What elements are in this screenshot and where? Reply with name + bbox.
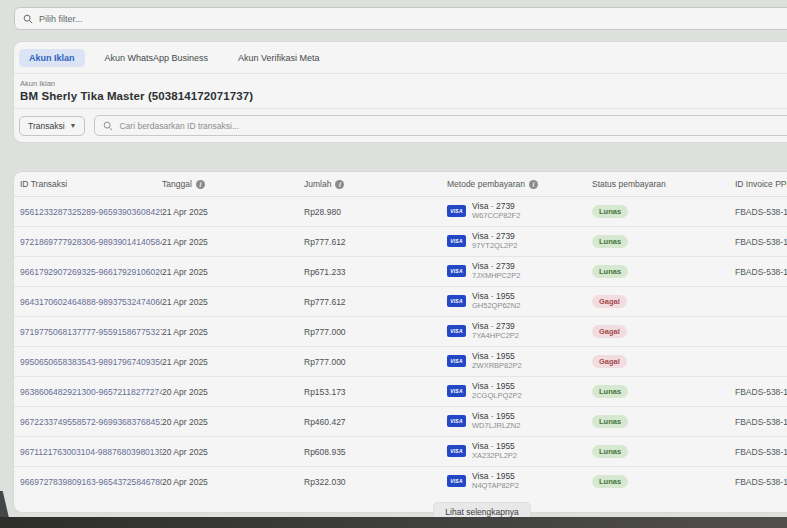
transaction-date: 20 Apr 2025 (162, 477, 304, 487)
visa-icon: VISA (447, 445, 466, 457)
screen-bezel (0, 517, 787, 528)
payment-reference: WD7LJRLZN2 (472, 422, 520, 431)
transaction-amount: Rp777.000 (304, 327, 447, 337)
status-badge: Lunas (592, 265, 628, 278)
transaction-id-link[interactable]: 9671121763003104-9887680398013901 (20, 447, 162, 457)
transaction-id-link[interactable]: 9672233749558572-9699368376845104 (20, 417, 162, 427)
payment-reference: N4QTAP82P2 (472, 482, 519, 491)
payment-method: VISA Visa · 1955 2CGQLPQ2P2 (447, 382, 592, 400)
search-icon (103, 121, 113, 131)
table-header-row: ID Transaksi Tanggal i Jumlah i Metode p… (14, 172, 787, 197)
search-icon (23, 14, 33, 24)
global-filter-search[interactable]: Pilih filter... (14, 7, 787, 30)
header-tanggal: Tanggal i (162, 179, 304, 189)
transaction-amount: Rp777.000 (304, 357, 447, 367)
header-jumlah: Jumlah i (304, 179, 447, 189)
payment-method: VISA Visa · 2739 7JXMHPC2P2 (447, 262, 592, 280)
tab-akun-whatsapp-business[interactable]: Akun WhatsApp Business (95, 49, 219, 67)
transaction-date: 21 Apr 2025 (162, 237, 304, 247)
table-row: 9643170602464888-9893753247406616 21 Apr… (14, 287, 787, 317)
transaction-id-link[interactable]: 9950650658383543-9891796740935600 (20, 357, 162, 367)
visa-icon: VISA (447, 205, 466, 217)
payment-method: VISA Visa · 1955 N4QTAP82P2 (447, 472, 592, 490)
transaction-type-dropdown[interactable]: Transaksi ▼ (19, 116, 85, 136)
transaction-date: 21 Apr 2025 (162, 327, 304, 337)
info-icon[interactable]: i (196, 180, 205, 189)
invoice-id: FBADS-538-10436 (735, 417, 787, 427)
payment-reference: XA232PL2P2 (472, 452, 517, 461)
payment-reference: 2CGQLPQ2P2 (472, 392, 522, 401)
payment-status: Lunas (592, 265, 735, 278)
payment-status: Gagal (592, 355, 735, 368)
header-id-transaksi: ID Transaksi (20, 179, 162, 189)
transaction-id-link[interactable]: 9721869777928306-9893901414058466 (20, 237, 162, 247)
tab-akun-verifikasi-meta[interactable]: Akun Verifikasi Meta (228, 49, 330, 67)
status-badge: Gagal (592, 355, 627, 368)
transaction-amount: Rp608.935 (304, 447, 447, 457)
account-info: Akun Iklan BM Sherly Tika Master (503814… (14, 74, 787, 108)
transaction-id-link[interactable]: 9719775068137777-9559158677532750 (20, 327, 162, 337)
table-row: 9638606482921300-9657211827727433 20 Apr… (14, 377, 787, 407)
payment-reference: ZWXRBP82P2 (472, 362, 522, 371)
transaction-amount: Rp777.612 (304, 237, 447, 247)
table-row: 9721869777928306-9893901414058466 21 Apr… (14, 227, 787, 257)
table-body: 9561233287325289-9659390360842910 21 Apr… (14, 197, 787, 496)
transaction-date: 21 Apr 2025 (162, 297, 304, 307)
transaction-search-placeholder: Cari berdasarkan ID transaksi... (119, 121, 239, 131)
payment-status: Lunas (592, 385, 735, 398)
invoice-id: FBADS-538-10436 (735, 387, 787, 397)
transaction-search-input[interactable]: Cari berdasarkan ID transaksi... (94, 115, 787, 136)
transaction-id-link[interactable]: 9669727839809163-9654372584678024 (20, 477, 162, 487)
table-row: 9672233749558572-9699368376845104 20 Apr… (14, 407, 787, 437)
invoice-id: FBADS-538-10436 (735, 237, 787, 247)
header-status-pembayaran: Status pembayaran (592, 179, 735, 189)
tab-akun-iklan[interactable]: Akun Iklan (19, 49, 85, 67)
payment-status: Lunas (592, 205, 735, 218)
transaction-id-link[interactable]: 9638606482921300-9657211827727433 (20, 387, 162, 397)
payment-method: VISA Visa · 1955 GH52QP62N2 (447, 292, 592, 310)
status-badge: Lunas (592, 205, 628, 218)
invoice-id: FBADS-538-10436 (735, 207, 787, 217)
status-badge: Lunas (592, 385, 628, 398)
table-row: 9719775068137777-9559158677532750 21 Apr… (14, 317, 787, 347)
status-badge: Gagal (592, 325, 627, 338)
payment-reference: 97YT2QL2P2 (472, 242, 517, 251)
transaction-id-link[interactable]: 9643170602464888-9893753247406616 (20, 297, 162, 307)
payment-method: VISA Visa · 1955 XA232PL2P2 (447, 442, 592, 460)
info-icon[interactable]: i (529, 180, 538, 189)
transaction-id-link[interactable]: 9561233287325289-9659390360842910 (20, 207, 162, 217)
account-header-card: Akun Iklan Akun WhatsApp Business Akun V… (14, 42, 787, 142)
info-icon[interactable]: i (335, 180, 344, 189)
transaction-amount: Rp322.030 (304, 477, 447, 487)
table-row: 9561233287325289-9659390360842910 21 Apr… (14, 197, 787, 227)
payment-status: Lunas (592, 445, 735, 458)
invoice-id: FBADS-538-10436 (735, 447, 787, 457)
table-row: 9950650658383543-9891796740935600 21 Apr… (14, 347, 787, 377)
transaction-amount: Rp460.427 (304, 417, 447, 427)
payment-status: Lunas (592, 415, 735, 428)
status-badge: Lunas (592, 415, 628, 428)
payment-method: VISA Visa · 1955 ZWXRBP82P2 (447, 352, 592, 370)
visa-icon: VISA (447, 265, 466, 277)
transaction-id-link[interactable]: 9661792907269325-9661792910602658 (20, 267, 162, 277)
payment-method: VISA Visa · 2739 7YA4HPC2P2 (447, 322, 592, 340)
account-type-label: Akun Iklan (20, 79, 787, 88)
account-name: BM Sherly Tika Master (503814172071737) (20, 90, 787, 102)
payment-status: Lunas (592, 475, 735, 488)
status-badge: Lunas (592, 475, 628, 488)
transactions-table-card: ID Transaksi Tanggal i Jumlah i Metode p… (14, 172, 787, 512)
visa-icon: VISA (447, 325, 466, 337)
invoice-id: FBADS-538-10438 (735, 477, 787, 487)
payment-method: VISA Visa · 2739 97YT2QL2P2 (447, 232, 592, 250)
payment-status: Gagal (592, 325, 735, 338)
invoice-id: FBADS-538-10436 (735, 267, 787, 277)
visa-icon: VISA (447, 235, 466, 247)
global-filter-placeholder: Pilih filter... (39, 14, 83, 24)
transaction-amount: Rp777.612 (304, 297, 447, 307)
payment-status: Lunas (592, 235, 735, 248)
transaction-date: 20 Apr 2025 (162, 447, 304, 457)
table-row: 9671121763003104-9887680398013901 20 Apr… (14, 437, 787, 467)
account-tabs: Akun Iklan Akun WhatsApp Business Akun V… (14, 42, 787, 73)
transaction-amount: Rp153.173 (304, 387, 447, 397)
payment-reference: 7JXMHPC2P2 (472, 272, 520, 281)
